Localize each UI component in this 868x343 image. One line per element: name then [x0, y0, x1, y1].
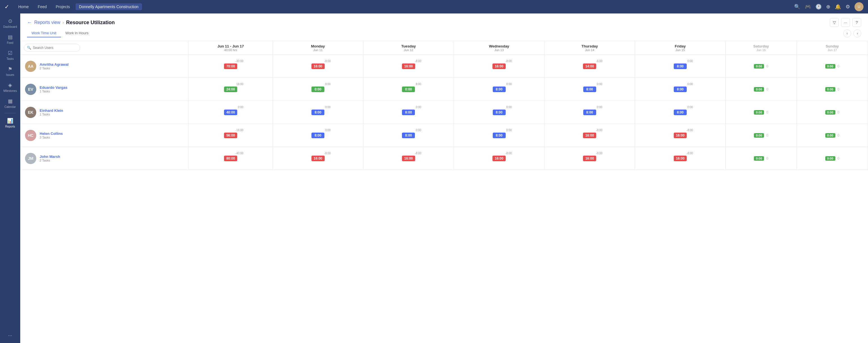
time-badge: 16:00 [493, 64, 506, 69]
prev-week-button[interactable]: ‹ [843, 30, 851, 37]
badge-wrapper: 8:00 0:00 [402, 133, 415, 138]
user-name[interactable]: Helen Collins [40, 132, 63, 136]
bell-icon[interactable]: 🔔 [835, 4, 841, 10]
zero-value: 0 [838, 64, 840, 68]
time-badge: 16:00 [583, 133, 596, 138]
thursday-label: Thursday [548, 44, 631, 48]
day-cell: 8:00 0:00 [454, 124, 544, 147]
user-name[interactable]: John Marsh [40, 155, 60, 159]
search-input[interactable] [33, 46, 77, 50]
monday-label: Monday [276, 44, 360, 48]
badge-wrapper: 16:00 -8:00 [583, 133, 596, 138]
badge-wrapper: 0:00 8:00 [311, 87, 324, 92]
friday-date: Jun 15 [638, 48, 722, 52]
day-cell: 8:00 0:00 [635, 55, 725, 78]
time-badge: 8:00 [493, 87, 506, 92]
col-thursday: Thursday Jun 14 [545, 41, 635, 55]
user-cell: EV Eduardo Vargas 1 Tasks [21, 78, 189, 101]
zero-value: 0 [766, 157, 768, 161]
week-badge: 80:00 [224, 156, 237, 161]
day-cell: 8:00 0:00 [635, 78, 725, 101]
settings-icon[interactable]: ⚙ [845, 4, 850, 10]
sidebar-item-issues[interactable]: ⚑ Issues [1, 64, 19, 79]
avatar[interactable]: U [855, 2, 864, 11]
time-cell: 16:00 -8:00 [545, 147, 635, 170]
next-week-button[interactable]: › [854, 30, 861, 37]
help-button[interactable]: ? [852, 18, 861, 27]
overtime-label: 0:00 [687, 106, 693, 109]
zero-badge: 0:00 [754, 156, 764, 161]
time-badge: 16:00 [583, 156, 596, 161]
time-cell: 8:00 0:00 [454, 124, 544, 147]
col-tuesday: Tuesday Jun 12 [363, 41, 454, 55]
nav-home[interactable]: Home [15, 3, 32, 10]
sunday-label: Sunday [800, 44, 864, 48]
day-cell: 0:00 0 [725, 55, 797, 78]
time-cell: 16:00 -8:00 [545, 124, 635, 147]
tuesday-date: Jun 12 [367, 48, 450, 52]
day-cell: 16:00 -8:00 [273, 55, 363, 78]
user-cell: AA Amritha Agrawal 2 Tasks [21, 55, 189, 78]
overtime-label: -8:00 [415, 152, 421, 155]
day-cell: 8:00 0:00 [454, 78, 544, 101]
sidebar-item-reports[interactable]: 📊 Reports [1, 115, 19, 130]
day-cell: 8:00 0:00 [545, 78, 635, 101]
day-cell: 16:00 -8:00 [454, 147, 544, 170]
gamepad-icon[interactable]: 🎮 [805, 4, 811, 10]
time-cell: 16:00 -8:00 [635, 147, 725, 170]
back-button[interactable]: ← [27, 20, 32, 26]
user-name[interactable]: Amritha Agrawal [40, 62, 69, 67]
sidebar-more-icon[interactable]: ··· [8, 333, 12, 339]
time-cell: 0:00 8:00 [364, 78, 454, 101]
day-cell: 0:00 0 [797, 124, 868, 147]
table-header-row: 🔍 Jun 11 - Jun 17 40:00 hrs Monday Jun 1… [21, 41, 868, 55]
filter-button[interactable]: ▽ [830, 18, 839, 27]
add-icon[interactable]: ⊕ [826, 4, 830, 10]
overtime-label: 8:00 [325, 82, 331, 86]
time-badge: 0:00 [402, 87, 415, 92]
badge-wrapper: 16:00 -8:00 [493, 64, 506, 69]
zero-badge: 0:00 [825, 64, 835, 69]
tab-work-in-hours[interactable]: Work in Hours [61, 29, 93, 37]
nav-feed[interactable]: Feed [34, 3, 50, 10]
breadcrumb: ← Reports view › Resource Utilization [27, 20, 115, 26]
sidebar-item-tasks[interactable]: ☑ Tasks [1, 48, 19, 63]
sidebar-item-milestones[interactable]: ◈ Milestones [1, 80, 19, 95]
nav-project-active[interactable]: Donnelly Apartments Construction [75, 3, 142, 10]
time-badge: 8:00 [674, 109, 687, 115]
time-cell: 16:00 -8:00 [364, 147, 454, 170]
top-nav-right: 🔍 🎮 🕐 ⊕ 🔔 ⚙ U [794, 2, 864, 11]
tab-work-time-unit[interactable]: Work Time Unit [27, 29, 61, 37]
overtime-label: 0:00 [597, 82, 602, 86]
day-cell: 16:00 -8:00 [273, 147, 363, 170]
nav-projects[interactable]: Projects [52, 3, 73, 10]
day-cell: 8:00 0:00 [635, 101, 725, 124]
user-name[interactable]: Einhard Klein [40, 108, 63, 113]
help-icon: ? [856, 20, 858, 25]
search-icon[interactable]: 🔍 [794, 4, 800, 10]
week-overtime: 0:00 [238, 106, 243, 109]
week-total-cell: 70:00 -30:00 [189, 55, 273, 78]
badge-wrapper: 8:00 0:00 [402, 109, 415, 115]
badge-wrapper: 8:00 0:00 [311, 133, 324, 138]
more-button[interactable]: ··· [841, 18, 850, 27]
badge-wrapper: 16:00 -8:00 [311, 156, 324, 161]
day-cell: 16:00 -8:00 [545, 147, 635, 170]
clock-icon[interactable]: 🕐 [815, 4, 822, 10]
zero-value: 0 [766, 88, 768, 91]
sidebar-item-dashboard[interactable]: ⊙ Dashboard [1, 16, 19, 31]
badge-wrapper: 8:00 0:00 [311, 109, 324, 115]
breadcrumb-reports-link[interactable]: Reports view [34, 20, 60, 25]
user-name[interactable]: Eduardo Vargas [40, 85, 67, 90]
badge-wrapper: 16:00 -8:00 [583, 156, 596, 161]
overtime-label: 0:00 [687, 60, 693, 63]
time-cell: 8:00 0:00 [545, 78, 635, 101]
week-overtime: -16:00 [235, 129, 243, 132]
overtime-label: -8:00 [505, 60, 512, 63]
sidebar-item-calendar[interactable]: ▦ Calendar [1, 96, 19, 111]
col-friday: Friday Jun 15 [635, 41, 725, 55]
time-cell: 8:00 0:00 [273, 124, 363, 147]
header-actions: ▽ ··· ? [830, 18, 861, 27]
sidebar-item-feed[interactable]: ▤ Feed [1, 32, 19, 47]
col-saturday: Saturday Jun 16 [725, 41, 797, 55]
